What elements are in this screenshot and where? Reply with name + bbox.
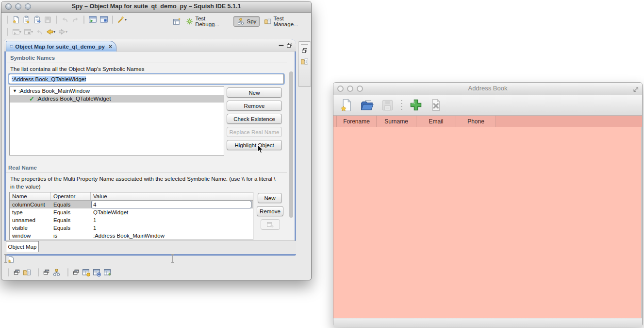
resize-icon[interactable] [632,86,639,92]
close-tab-icon[interactable]: × [109,44,112,50]
symbolic-names-tree: ▼ :Address Book_MainWindow ✓ :Address Bo… [9,86,224,155]
redo-button[interactable] [71,15,80,24]
bottom-tabstrip [4,241,296,254]
section-rule [7,63,287,63]
undo-button[interactable] [60,15,69,24]
col-header-forename[interactable]: Forename [337,116,377,127]
perspective-test-management[interactable]: Test Manage... [261,15,311,28]
address-book-table-header: Forename Surname Email Phone [333,116,642,127]
replace-real-name-button[interactable]: Replace Real Name [227,127,282,137]
col-header-email[interactable]: Email [416,116,456,127]
table-row[interactable]: columnCount Equals 4 [10,201,253,208]
picker-view-button[interactable] [103,268,112,277]
debug-dropdown-button[interactable]: ▾ [12,28,22,36]
panel-drag-handle[interactable] [301,44,308,45]
new-object-trim-icon[interactable] [7,256,15,263]
object-map-tab-icon [10,43,13,50]
toolbar-drag-handle[interactable] [5,254,6,263]
toolbar-separator [401,99,402,111]
save-file-button[interactable] [381,99,394,112]
table-corner-cell [333,116,337,127]
open-perspective-button[interactable] [172,17,182,26]
col-header-phone[interactable]: Phone [456,116,496,127]
col-header-value[interactable]: Value [91,192,253,200]
symbolic-name-input[interactable]: :Address Book_QTableWidget [9,74,284,84]
minimize-view-button[interactable] [278,42,284,49]
table-header-row: Name Operator Value [10,192,253,201]
property-new-button[interactable]: New [258,193,282,203]
open-test-suite-button[interactable] [33,15,42,24]
restore-view-button[interactable] [301,48,308,54]
toolbar-drag-handle[interactable] [172,254,173,263]
address-book-table-body-highlighted[interactable] [333,127,642,318]
restore-view-button[interactable] [13,268,21,276]
disclosure-triangle-icon[interactable]: ▼ [13,88,17,93]
squish-ide-window: Spy – Object Map for suite_qt_demo_py – … [1,1,312,280]
table-row[interactable]: window is :Address Book_MainWindow [10,232,253,240]
fastview-toolbar [6,268,112,277]
record-snippet-button[interactable] [88,15,98,24]
stop-button[interactable] [35,28,44,36]
toolbar-separator [8,268,9,276]
address-book-toolbar [333,95,642,116]
symbolic-new-button[interactable]: New [227,87,282,98]
open-file-button[interactable] [360,99,374,112]
toolbar-separator [38,268,39,276]
spy-view-button[interactable] [52,268,61,277]
col-header-operator[interactable]: Operator [51,192,91,200]
toolbar-separator [7,28,8,36]
tab-object-map-page[interactable]: Object Map [6,241,39,252]
delete-entry-button[interactable] [429,99,442,111]
restore-view-button[interactable] [42,268,50,276]
property-remove-button[interactable]: Remove [257,206,283,216]
perspective-spy[interactable]: Spy [233,16,260,27]
new-test-suite-button[interactable] [12,15,20,24]
address-book-titlebar[interactable]: Address Book [333,83,642,95]
check-existence-button[interactable]: Check Existence [227,114,282,124]
tree-item-qtablewidget[interactable]: ✓ :Address Book_QTableWidget [10,95,224,103]
perspective-bar: Test Debugg... Spy Test Manage... [172,15,311,28]
fastview-panel [298,41,311,87]
mouse-cursor [257,144,264,154]
tab-object-map-editor[interactable]: Object Map for suite_qt_demo_py × [6,41,116,52]
properties-view-button[interactable] [82,268,91,277]
launch-aut-spy-button[interactable]: ▾ [116,15,127,24]
highlight-object-button[interactable]: Highlight Object [227,140,282,150]
perspective-test-debugging[interactable]: Test Debugg... [183,15,232,28]
col-header-name[interactable]: Name [10,192,51,200]
tree-item-mainwindow[interactable]: ▼ :Address Book_MainWindow [10,87,224,95]
spy-titlebar[interactable]: Spy – Object Map for suite_qt_demo_py – … [1,1,311,13]
spy-icon [237,17,245,25]
forward-button[interactable]: ▾ [57,27,68,36]
table-row[interactable]: type Equals QTableWidget [10,208,253,216]
dropdown-arrow-icon[interactable]: ▾ [125,17,127,22]
window-title: Spy – Object Map for suite_qt_demo_py – … [1,3,311,10]
toolbar-separator [56,16,57,24]
save-button[interactable] [43,15,52,24]
back-button[interactable]: ▾ [45,27,56,36]
maximize-view-button[interactable] [286,42,293,49]
test-management-view-button[interactable] [22,268,32,277]
scrollbar-thumb[interactable] [289,71,293,218]
real-name-section-title: Real Name [8,165,37,171]
toolbar-separator [112,16,113,24]
restore-view-button[interactable] [72,268,80,276]
perspective-label: Spy [247,18,256,24]
col-header-surname[interactable]: Surname [377,116,416,127]
convert-icon [266,221,274,228]
table-row[interactable]: unnamed Equals 1 [10,216,253,224]
new-test-case-button[interactable] [22,15,31,24]
address-book-statusbar [333,318,642,328]
value-edit-field[interactable]: 4 [91,201,251,208]
symbolic-remove-button[interactable]: Remove [227,101,282,111]
table-row[interactable]: visible Equals 1 [10,224,253,232]
new-file-button[interactable] [340,99,353,112]
convert-property-button[interactable] [261,219,280,230]
run-dropdown-button[interactable]: ▾ [23,28,33,36]
add-entry-button[interactable] [409,98,423,112]
form-scrollbar[interactable] [289,64,294,225]
test-management-fastview-button[interactable] [300,57,309,66]
methods-view-button[interactable] [92,268,101,277]
debug-icon [186,17,193,25]
run-test-button[interactable] [99,15,109,24]
